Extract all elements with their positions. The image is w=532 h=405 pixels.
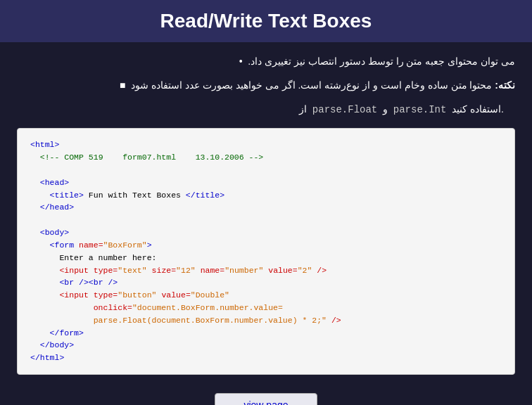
slide-title: Read/Write Text Boxes <box>160 10 372 32</box>
code-block: <html> <!-- COMP 519 form07.html 13.10.2… <box>17 128 515 375</box>
button-container: view page <box>17 387 515 405</box>
view-page-button[interactable]: view page <box>215 393 317 405</box>
content-area: می توان محتوای جعبه متن را توسط دستور ان… <box>0 42 532 405</box>
bullet-3-text: .استفاده کنید parse.Int و parse.Float از <box>17 101 515 119</box>
persian-bullet-2: نکته: محتوا متن ساده وخام است و از نوع‌ر… <box>17 77 515 94</box>
bullet-2-text: نکته: محتوا متن ساده وخام است و از نوع‌ر… <box>17 77 515 94</box>
persian-bullet-3: .استفاده کنید parse.Int و parse.Float از <box>17 101 515 119</box>
persian-bullet-1: می توان محتوای جعبه متن را توسط دستور ان… <box>17 53 515 70</box>
title-bar: Read/Write Text Boxes <box>0 0 532 42</box>
bullet-1-text: می توان محتوای جعبه متن را توسط دستور ان… <box>17 53 515 70</box>
slide: Read/Write Text Boxes می توان محتوای جعب… <box>0 0 532 405</box>
